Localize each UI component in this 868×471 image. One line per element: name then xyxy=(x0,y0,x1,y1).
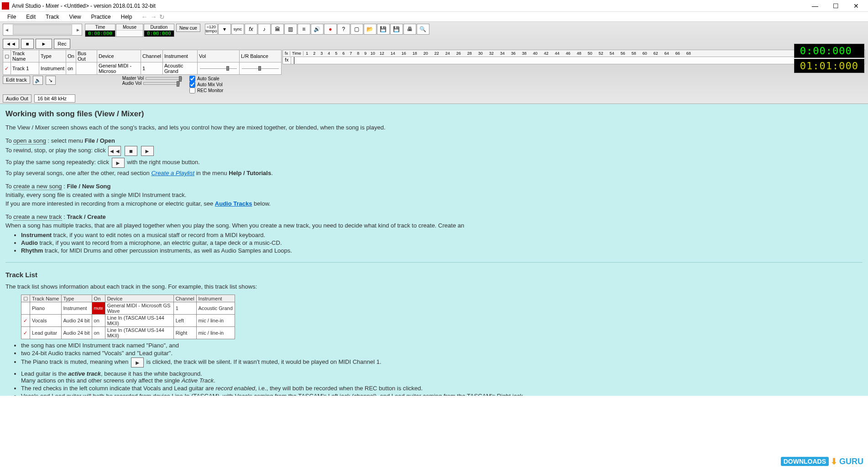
col-type[interactable]: Type xyxy=(39,50,66,62)
menu-edit[interactable]: Edit xyxy=(21,13,40,21)
menu-file[interactable]: File xyxy=(3,13,21,21)
menu-help[interactable]: Help xyxy=(116,13,137,21)
close-button[interactable]: ✕ xyxy=(850,2,863,10)
save-icon[interactable]: 💾 xyxy=(377,24,390,35)
mini-play3-icon[interactable]: ► xyxy=(131,357,144,367)
duration-label: Duration xyxy=(144,24,174,31)
col-device[interactable]: Device xyxy=(97,50,141,62)
menu-practice[interactable]: Practice xyxy=(86,13,115,21)
mini-rewind-icon[interactable]: ◄◄ xyxy=(108,146,121,156)
tick: 34 xyxy=(497,51,508,56)
track-name[interactable]: Track 1 xyxy=(11,62,39,75)
maximize-button[interactable]: ☐ xyxy=(829,2,842,10)
track-device[interactable]: General MIDI - Microso xyxy=(97,62,141,75)
col-on[interactable]: On xyxy=(66,50,76,62)
tick: 26 xyxy=(453,51,464,56)
ex-row: ✓ Lead guitar Audio 24 bit on Line In (T… xyxy=(21,327,235,339)
menu-track[interactable]: Track xyxy=(41,13,64,21)
col-check[interactable]: ▢ xyxy=(3,50,11,62)
edit-track-button[interactable]: Edit track xyxy=(3,76,30,84)
create-song-link[interactable]: create a new song xyxy=(13,183,62,190)
menu-view[interactable]: View xyxy=(65,13,86,21)
tick: 28 xyxy=(464,51,475,56)
col-balance[interactable]: L/R Balance xyxy=(239,50,281,62)
help-icon[interactable]: ? xyxy=(337,24,350,35)
track-balance[interactable] xyxy=(239,62,281,75)
ex-col: Channel xyxy=(173,295,196,302)
col-channel[interactable]: Channel xyxy=(141,50,162,62)
saveas-icon[interactable]: 💾 xyxy=(390,24,403,35)
record-icon[interactable]: ● xyxy=(324,24,337,35)
txt: with the right mouse button. xyxy=(127,159,200,166)
rewind-button[interactable]: ◄◄ xyxy=(3,39,19,49)
new-file-icon[interactable]: ▢ xyxy=(350,24,363,35)
new-cue-button[interactable]: New cue xyxy=(176,24,200,32)
audio-tracks-link[interactable]: Audio Tracks xyxy=(215,200,252,207)
brush-icon[interactable]: ↘ xyxy=(46,76,56,85)
ex-col: Type xyxy=(61,295,92,302)
fx-header[interactable]: fx xyxy=(283,51,290,56)
scroll-thumb[interactable] xyxy=(13,25,72,35)
fx-icon[interactable]: fx xyxy=(245,24,257,35)
speaker-small-icon[interactable]: 🔈 xyxy=(33,76,43,85)
tick: 54 xyxy=(607,51,617,56)
txt: To xyxy=(5,183,13,190)
tick: 64 xyxy=(661,51,672,56)
print-icon[interactable]: 🖶 xyxy=(403,24,416,35)
track-vol[interactable] xyxy=(197,62,239,75)
speaker-icon[interactable]: 🔊 xyxy=(311,24,324,35)
track-channel[interactable]: 1 xyxy=(141,62,162,75)
col-vol[interactable]: Vol xyxy=(197,50,239,62)
staff-icon[interactable]: ≡ xyxy=(298,24,310,35)
fx-cell[interactable]: fx xyxy=(283,57,291,64)
zoom-icon[interactable]: 🔍 xyxy=(417,24,429,35)
create-playlist-link[interactable]: Create a Playlist xyxy=(151,170,194,176)
playhead-icon xyxy=(294,57,294,64)
audio-out-button[interactable]: Audio Out xyxy=(3,94,31,103)
sync-icon[interactable]: sync xyxy=(231,24,244,35)
col-busout[interactable]: Bus Out xyxy=(76,50,97,62)
create-track-link[interactable]: create a new track xyxy=(13,213,62,221)
tick: 60 xyxy=(639,51,650,56)
txt: To play several songs, one after the oth… xyxy=(5,170,151,176)
play-button[interactable]: ► xyxy=(36,39,52,49)
minimize-button[interactable]: — xyxy=(808,2,822,10)
piano-icon[interactable]: ▥ xyxy=(284,24,297,35)
track-on[interactable]: on xyxy=(66,62,76,75)
track-instrument[interactable]: Acoustic Grand xyxy=(162,62,197,75)
track-type[interactable]: Instrument xyxy=(39,62,66,75)
tempo-button[interactable]: =120 tempo xyxy=(205,24,218,35)
rec-monitor-checkbox[interactable] xyxy=(189,88,195,93)
audio-vol-slider[interactable] xyxy=(143,82,180,85)
building-icon[interactable]: 🏛 xyxy=(271,24,284,35)
timeline-track-area[interactable] xyxy=(291,57,865,64)
scroll-right-icon[interactable]: ► xyxy=(74,27,82,32)
mini-play-icon[interactable]: ► xyxy=(141,146,154,156)
rec-button[interactable]: Rec xyxy=(54,39,70,49)
nav-redo-icon[interactable]: ↻ xyxy=(159,13,165,21)
track-bus[interactable] xyxy=(76,62,97,75)
mini-play2-icon[interactable]: ► xyxy=(112,158,125,168)
metronome-icon[interactable]: ▾ xyxy=(218,24,231,35)
audio-out-value[interactable]: 16 bit 48 kHz xyxy=(34,94,75,103)
nav-forward-icon[interactable]: → xyxy=(150,13,157,21)
scroll-left-icon[interactable]: ◄ xyxy=(3,27,10,32)
master-vol-slider[interactable] xyxy=(146,77,182,80)
nav-back-icon[interactable]: ← xyxy=(141,13,147,21)
timeline-ruler[interactable]: 1234567891012141618202224262830323436384… xyxy=(303,51,865,56)
position-scrollbar[interactable]: ◄ ► xyxy=(3,24,82,36)
auto-scale-checkbox[interactable] xyxy=(189,76,195,82)
auto-mix-checkbox[interactable] xyxy=(189,82,195,88)
track-row[interactable]: ✓ Track 1 Instrument on General MIDI - M… xyxy=(3,62,282,75)
tick: 10 xyxy=(369,51,376,56)
tuner-icon[interactable]: ♪ xyxy=(258,24,271,35)
open-folder-icon[interactable]: 📂 xyxy=(364,24,376,35)
col-trackname[interactable]: Track Name xyxy=(11,50,39,62)
open-song-link[interactable]: open a song xyxy=(13,137,46,145)
track-record-check[interactable]: ✓ xyxy=(3,62,11,75)
mini-stop-icon[interactable]: ■ xyxy=(125,146,137,156)
stop-button[interactable]: ■ xyxy=(21,39,34,49)
list-item: the song has one MIDI Instrument track n… xyxy=(21,342,863,349)
col-instrument[interactable]: Instrument xyxy=(162,50,197,62)
tick: 48 xyxy=(574,51,585,56)
